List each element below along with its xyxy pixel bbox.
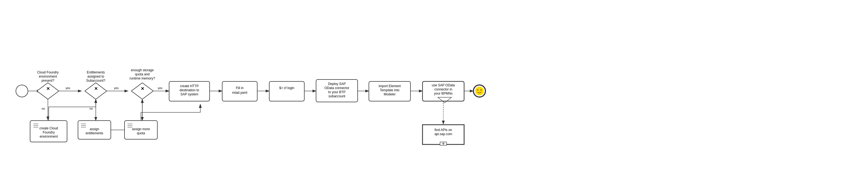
task-4-label-line3: to your BTP: [328, 90, 345, 94]
gateway-3-label-line1: enough storage: [131, 68, 154, 72]
subprocess-3-label-line1: assign more: [132, 127, 150, 131]
task-7-label-line2: api.sap.com: [435, 132, 452, 136]
task-3-label-line1: $> cf login: [279, 86, 294, 90]
gateway-2-label-line2: assigned to: [87, 75, 104, 78]
subprocess-1-label-line1: create Cloud: [39, 126, 58, 130]
task-2-label-line1: Fill in: [236, 86, 244, 90]
subprocess-1-label-line2: Foundry: [43, 130, 55, 134]
gateway-2-label-line1: Entitlements: [87, 71, 105, 74]
subprocess-1-label-line3: environment: [40, 135, 58, 138]
start-event: [16, 85, 28, 97]
task-3: [269, 81, 304, 101]
bpmn-diagram: ✕ Cloud Foundry environment present? yes…: [0, 0, 868, 182]
end-eye-left: [477, 89, 478, 90]
subprocess-2-label-line1: assign: [90, 127, 99, 131]
label-no1: no: [41, 107, 45, 110]
label-no2: no: [90, 107, 93, 110]
subprocess-3-label-line2: quota: [137, 131, 145, 135]
task-4-label-line2: OData connector: [324, 86, 349, 90]
gateway-1-label-line2: environment: [39, 75, 57, 78]
gateway-1-label-line3: present?: [41, 79, 55, 82]
task-2-label-line2: mtad.yaml: [232, 91, 247, 95]
gateway-1-label-line1: Cloud Foundry: [37, 71, 59, 74]
subprocess-2-label-line2: entitlements: [86, 131, 103, 135]
task-5-label-line1: import Element: [379, 84, 401, 88]
gateway-3-label-line3: runtime memory?: [129, 76, 155, 80]
gateway-2-icon: ✕: [94, 86, 98, 91]
task-1-label-line3: SAP system: [180, 93, 198, 96]
task-5-label-line3: Modeler: [384, 93, 395, 96]
label-yes2: yes: [114, 86, 119, 89]
task-4-label-line4: subaccount: [329, 94, 345, 98]
task-4-label-line1: Deploy SAP: [328, 82, 346, 86]
flow-sub3-task1: [141, 104, 200, 121]
task-6-label-line2: connector in: [434, 87, 452, 91]
label-yes3: yes: [158, 86, 162, 89]
task-6-label-line3: your BPMNs: [434, 92, 452, 95]
label-yes1: yes: [65, 86, 70, 89]
gateway-1: [37, 83, 59, 99]
gateway-3-label-line2: quota and: [135, 72, 149, 76]
gateway-2: [85, 83, 107, 99]
end-event-face: [475, 87, 484, 95]
task-7-label-line1: find APIs on: [435, 128, 452, 132]
gateway-3-icon: ✕: [141, 86, 144, 91]
task-6-label-line1: use SAP OData: [432, 83, 455, 87]
end-eye-right: [480, 89, 482, 90]
task-1-label-line2: destination to: [180, 88, 199, 92]
gateway-1-icon: ✕: [46, 86, 50, 91]
flow-sub1-gw2: [49, 99, 96, 121]
gateway-2-label-line3: Subaccount?: [86, 79, 105, 82]
task-5-label-line2: Template into: [380, 88, 400, 92]
task-1-label-line1: create HTTP: [180, 84, 199, 88]
gateway-3: [131, 83, 153, 99]
